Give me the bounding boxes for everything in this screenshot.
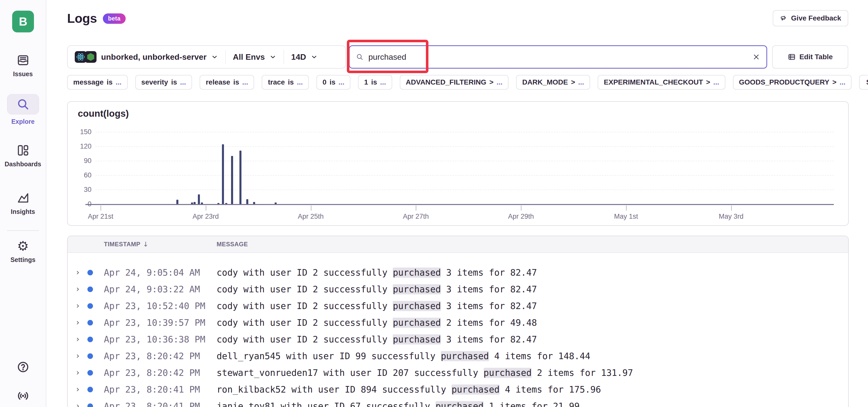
log-table-row[interactable]: Apr 24, 9:03:22 AMcody with user ID 2 su… <box>68 281 848 298</box>
filter-bar: unborked, unborked-server All Envs 14D <box>67 45 848 69</box>
filter-chip-value: ... <box>840 78 845 86</box>
x-axis-line <box>85 204 834 205</box>
expand-chevron-icon[interactable] <box>75 320 87 325</box>
sidebar-item-dashboards[interactable]: Dashboards <box>0 144 46 168</box>
expand-chevron-icon[interactable] <box>75 353 87 359</box>
filter-chip-key: EXPERIMENTAL_CHECKOUT <box>604 78 703 86</box>
x-axis-tick-label: Apr 25th <box>285 213 336 221</box>
broadcast-icon <box>17 389 30 402</box>
log-level-dot <box>87 387 93 392</box>
filter-chip-key: release <box>206 78 230 86</box>
filter-chip[interactable]: traceis... <box>262 75 309 90</box>
expand-chevron-icon[interactable] <box>75 370 87 375</box>
org-avatar[interactable]: B <box>12 11 34 32</box>
x-axis-tick <box>521 206 521 211</box>
give-feedback-button[interactable]: Give Feedback <box>773 10 848 26</box>
x-axis-tick <box>101 206 101 211</box>
chevron-down-icon <box>211 54 218 61</box>
search-match-highlight: purchased <box>393 301 441 311</box>
platform-icons <box>75 51 96 63</box>
search-icon <box>16 97 30 111</box>
filter-chip[interactable]: EXPERIMENTAL_CHECKOUT>... <box>598 75 725 90</box>
expand-chevron-icon[interactable] <box>75 387 87 392</box>
y-axis-tick-label: 120 <box>71 142 91 150</box>
insights-icon <box>17 191 30 205</box>
edit-table-label: Edit Table <box>799 53 833 61</box>
edit-table-button[interactable]: Edit Table <box>772 45 848 69</box>
search-match-highlight: purchased <box>452 384 500 395</box>
log-table-row[interactable]: Apr 24, 9:05:04 AMcody with user ID 2 su… <box>68 264 848 281</box>
log-level-dot <box>87 353 93 359</box>
filter-chip[interactable]: GOODS_PRODUCTQUERY>... <box>733 75 851 90</box>
filter-chip[interactable]: 1is... <box>358 75 392 90</box>
table-header: TIMESTAMP ↓ MESSAGE <box>68 236 848 253</box>
expand-chevron-icon[interactable] <box>75 287 87 292</box>
x-axis-tick-label: Apr 23rd <box>180 213 231 221</box>
log-table-row[interactable]: Apr 23, 10:36:38 PMcody with user ID 2 s… <box>68 331 848 348</box>
log-level-dot <box>87 370 93 376</box>
log-level-cell <box>87 353 104 359</box>
clear-search-icon[interactable] <box>752 53 760 61</box>
x-axis-tick-label: May 1st <box>601 213 651 221</box>
whats-new-button[interactable] <box>0 389 46 402</box>
y-axis-tick-label: 150 <box>71 128 91 136</box>
filter-chip-operator: is <box>288 78 293 86</box>
chart-bar <box>246 199 248 204</box>
filter-chip-key: 0 <box>322 78 327 86</box>
x-axis-tick-label: May 3rd <box>706 213 756 221</box>
log-table-row[interactable]: Apr 23, 10:39:57 PMcody with user ID 2 s… <box>68 314 848 331</box>
log-table-row[interactable]: Apr 23, 8:20:41 PMron_kilback52 with use… <box>68 381 848 398</box>
log-message: ron_kilback52 with user ID 894 successfu… <box>217 384 848 395</box>
search-match-highlight: purchased <box>393 334 441 344</box>
help-button[interactable] <box>0 361 46 374</box>
search-match-highlight: purchased <box>393 284 441 294</box>
beta-badge: beta <box>103 13 125 24</box>
column-header-message: MESSAGE <box>217 241 848 248</box>
column-header-timestamp[interactable]: TIMESTAMP ↓ <box>104 240 217 248</box>
sidebar-item-label: Dashboards <box>5 161 41 168</box>
log-level-dot <box>87 337 93 342</box>
log-level-cell <box>87 303 104 309</box>
log-timestamp: Apr 23, 10:36:38 PM <box>104 334 217 344</box>
filter-chip[interactable]: 0is... <box>316 75 350 90</box>
log-level-cell <box>87 337 104 342</box>
filter-chip[interactable]: severityis... <box>135 75 192 90</box>
log-table-row[interactable]: Apr 23, 8:20:42 PMstewart_vonrueden17 wi… <box>68 365 848 381</box>
date-range-selector[interactable]: 14D <box>284 46 325 68</box>
sidebar-item-insights[interactable]: Insights <box>0 191 46 215</box>
chart-bar <box>275 202 277 204</box>
filter-chip-value: ... <box>242 78 248 86</box>
filter-chip[interactable]: ADVANCED_FILTERING>... <box>400 75 509 90</box>
filter-chip-value: ... <box>497 78 502 86</box>
expand-chevron-icon[interactable] <box>75 270 87 275</box>
filter-chip-operator: is <box>107 78 113 86</box>
see-full-list-button[interactable]: See full list <box>859 75 868 90</box>
filter-chip-key: DARK_MODE <box>522 78 568 86</box>
log-table-row[interactable]: Apr 23, 10:52:40 PMcody with user ID 2 s… <box>68 298 848 314</box>
environment-selector[interactable]: All Envs <box>226 46 283 68</box>
x-axis-tick <box>311 206 311 211</box>
chart-gridline <box>95 146 834 147</box>
issues-icon <box>17 54 30 67</box>
log-table-row[interactable]: Apr 23, 8:20:42 PMdell_ryan545 with user… <box>68 348 848 365</box>
sidebar-item-issues[interactable]: Issues <box>0 54 46 78</box>
search-match-highlight: purchased <box>393 318 441 328</box>
gear-icon: ⚙ <box>17 239 29 252</box>
log-level-cell <box>87 370 104 376</box>
filter-chip[interactable]: releaseis... <box>199 75 254 90</box>
expand-chevron-icon[interactable] <box>75 404 87 407</box>
expand-chevron-icon[interactable] <box>75 337 87 342</box>
log-table-row[interactable]: Apr 23, 8:20:41 PMjanie_toy81 with user … <box>68 398 848 407</box>
chart-gridline <box>95 161 834 161</box>
filter-chip[interactable]: messageis... <box>67 75 128 90</box>
sidebar-item-label: Insights <box>11 208 35 215</box>
filter-chip[interactable]: DARK_MODE>... <box>516 75 590 90</box>
project-selector[interactable]: unborked, unborked-server <box>68 46 225 68</box>
megaphone-icon <box>780 14 787 22</box>
expand-chevron-icon[interactable] <box>75 303 87 309</box>
log-level-cell <box>87 320 104 326</box>
page-filter-bar: unborked, unborked-server All Envs 14D <box>67 45 346 69</box>
sidebar-item-explore[interactable]: Explore <box>0 94 46 125</box>
sidebar-item-settings[interactable]: ⚙ Settings <box>0 239 46 264</box>
chart-bar <box>193 202 195 204</box>
